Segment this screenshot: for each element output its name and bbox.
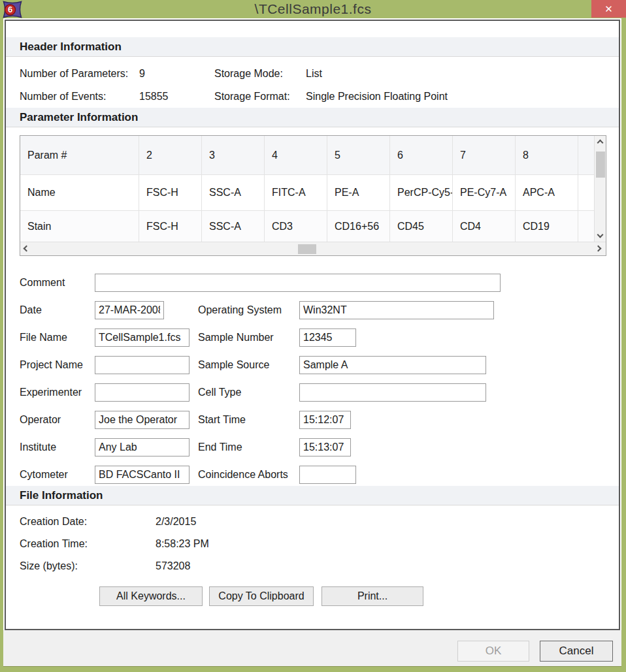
dialog-client-area: Header Information Number of Parameters:… [3, 18, 621, 667]
section-parameter-information: Parameter Information [6, 108, 619, 127]
stain-cell: CD19 [516, 211, 578, 242]
size-bytes-value: 573208 [156, 555, 619, 577]
name-cell: APC-A [516, 175, 578, 211]
parameter-table: Param # 2 3 4 5 6 7 8 Name FSC-H SSC-A F… [20, 135, 606, 256]
operating-system-label: Operating System [198, 301, 282, 319]
param-number-cell: 5 [327, 136, 390, 175]
param-number-cell: 3 [202, 136, 265, 175]
cell-type-label: Cell Type [198, 383, 241, 402]
stain-cell: SSC-A [202, 211, 265, 242]
scroll-right-icon[interactable] [594, 243, 606, 256]
comment-field[interactable] [95, 274, 501, 292]
scroll-up-icon[interactable] [595, 136, 606, 148]
experimenter-label: Experimenter [20, 383, 82, 402]
stain-cell: CD45 [390, 211, 453, 242]
stain-cell: CD16+56 [327, 211, 390, 242]
stain-cell: CD3 [265, 211, 327, 242]
start-time-label: Start Time [198, 411, 246, 429]
dialog-window: 6 \TCellSample1.fcs ✕ Header Information… [0, 0, 626, 672]
operating-system-field[interactable] [299, 301, 494, 319]
date-field[interactable] [95, 301, 164, 319]
file-name-field[interactable] [95, 328, 189, 347]
experimenter-field[interactable] [95, 383, 189, 402]
action-button-row: All Keywords... Copy To Clipboard Print.… [6, 586, 619, 606]
creation-time-label: Creation Time: [20, 533, 156, 555]
close-icon[interactable]: ✕ [591, 0, 626, 18]
creation-date-value: 2/3/2015 [156, 511, 619, 533]
storage-format-value: Single Precision Floating Point [306, 85, 619, 108]
titlebar: 6 \TCellSample1.fcs ✕ [0, 0, 626, 18]
cytometer-field[interactable] [95, 466, 189, 484]
table-row-stain: Stain FSC-H SSC-A CD3 CD16+56 CD45 CD4 C… [20, 211, 606, 242]
num-parameters-value: 9 [139, 62, 214, 85]
scroll-left-icon[interactable] [20, 243, 32, 256]
storage-mode-label: Storage Mode: [214, 62, 306, 85]
file-info-grid: Creation Date: 2/3/2015 Creation Time: 8… [6, 505, 619, 577]
stain-cell: CD4 [453, 211, 516, 242]
num-events-value: 15855 [139, 85, 214, 108]
param-number-cell: 4 [265, 136, 327, 175]
creation-date-label: Creation Date: [20, 511, 156, 533]
param-number-cell: 8 [516, 136, 578, 175]
name-cell: PE-A [327, 175, 390, 211]
param-number-cell: 6 [390, 136, 453, 175]
cancel-button[interactable]: Cancel [540, 641, 613, 662]
param-number-cell: 7 [453, 136, 516, 175]
size-bytes-label: Size (bytes): [20, 555, 156, 577]
coincidence-aborts-label: Coincidence Aborts [198, 466, 288, 484]
comment-label: Comment [20, 274, 65, 292]
copy-to-clipboard-button[interactable]: Copy To Clipboard [209, 586, 314, 606]
header-info-grid: Number of Parameters: 9 Storage Mode: Li… [6, 57, 619, 108]
project-name-label: Project Name [20, 356, 83, 374]
storage-mode-value: List [306, 62, 619, 85]
row-header-stain: Stain [20, 211, 139, 242]
scroll-down-icon[interactable] [595, 230, 606, 242]
param-number-cell: 2 [139, 136, 202, 175]
ok-button[interactable]: OK [457, 641, 529, 662]
horizontal-scroll-thumb[interactable] [298, 244, 316, 254]
vertical-scroll-thumb[interactable] [596, 152, 605, 178]
coincidence-aborts-field[interactable] [299, 466, 356, 484]
dialog-panel: Header Information Number of Parameters:… [5, 20, 620, 630]
institute-label: Institute [20, 438, 56, 456]
name-cell: PerCP-Cy5-5 [390, 175, 453, 211]
creation-time-value: 8:58:23 PM [156, 533, 619, 555]
all-keywords-button[interactable]: All Keywords... [99, 586, 203, 606]
table-vertical-scrollbar[interactable] [594, 136, 606, 242]
table-row-param-number: Param # 2 3 4 5 6 7 8 [20, 136, 606, 175]
end-time-label: End Time [198, 438, 242, 456]
start-time-field[interactable] [299, 411, 351, 429]
name-cell: SSC-A [202, 175, 265, 211]
end-time-field[interactable] [299, 438, 351, 456]
sample-source-label: Sample Source [198, 356, 269, 374]
institute-field[interactable] [95, 438, 189, 456]
name-cell: FSC-H [139, 175, 202, 211]
file-name-label: File Name [20, 328, 67, 347]
sample-number-field[interactable] [299, 328, 356, 347]
project-name-field[interactable] [95, 356, 189, 374]
num-events-label: Number of Events: [20, 85, 139, 108]
dialog-footer: OK Cancel [3, 630, 621, 667]
section-file-information: File Information [6, 486, 619, 505]
table-horizontal-scrollbar[interactable] [20, 242, 606, 255]
table-row-name: Name FSC-H SSC-A FITC-A PE-A PerCP-Cy5-5… [20, 175, 606, 211]
row-header-name: Name [20, 175, 139, 211]
date-label: Date [20, 301, 42, 319]
operator-field[interactable] [95, 411, 189, 429]
operator-label: Operator [20, 411, 61, 429]
print-button[interactable]: Print... [321, 586, 423, 606]
keyword-form: Comment Date Operating System File Name … [6, 268, 619, 486]
num-parameters-label: Number of Parameters: [20, 62, 139, 85]
window-title: \TCellSample1.fcs [0, 0, 626, 18]
storage-format-label: Storage Format: [214, 85, 306, 108]
cytometer-label: Cytometer [20, 466, 68, 484]
name-cell: FITC-A [265, 175, 327, 211]
section-header-information: Header Information [6, 37, 619, 57]
name-cell: PE-Cy7-A [453, 175, 516, 211]
cell-type-field[interactable] [299, 383, 486, 402]
sample-number-label: Sample Number [198, 328, 274, 347]
sample-source-field[interactable] [299, 356, 486, 374]
row-header-param: Param # [20, 136, 139, 175]
stain-cell: FSC-H [139, 211, 202, 242]
